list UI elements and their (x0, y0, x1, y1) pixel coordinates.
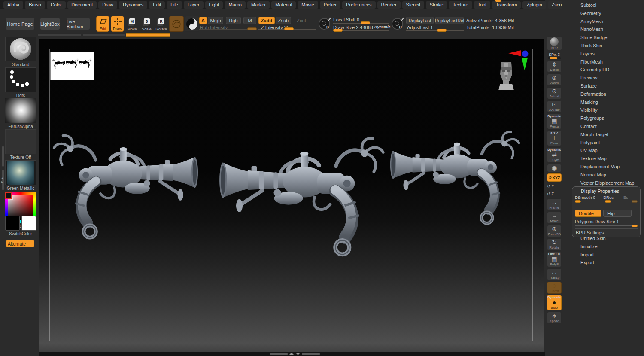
edit-button[interactable]: Edit (96, 16, 109, 32)
palette-section[interactable]: Thick Skin (562, 42, 644, 50)
right-shelf-button[interactable]: ↺ Y (547, 183, 562, 189)
palette-section[interactable]: Geometry HD (562, 66, 644, 74)
rotate-button[interactable]: R Rotate (155, 16, 168, 32)
palette-section[interactable]: Surface (562, 82, 644, 90)
right-shelf-button[interactable]: X Y Z ⊥ Floor (547, 131, 562, 146)
menu-item[interactable]: Edit (149, 1, 165, 9)
palette-section[interactable]: Visibility (562, 106, 644, 114)
shelf-scrub-segment[interactable] (37, 33, 81, 37)
menu-item[interactable]: Preferences (342, 1, 375, 9)
right-shelf-button[interactable]: ◌ Ghost (547, 282, 562, 294)
menu-item[interactable]: Color (47, 1, 66, 9)
right-shelf-button[interactable]: ▱ Transp (547, 268, 562, 280)
menu-item[interactable]: Transform (492, 1, 521, 9)
right-shelf-button[interactable]: Line Fill ▦ PolyF (547, 252, 562, 267)
home-page-button[interactable]: Home Page (5, 18, 35, 30)
z-intensity-handle[interactable] (284, 27, 294, 30)
rgb-intensity-handle[interactable] (247, 27, 257, 30)
palette-section[interactable]: Masking (562, 98, 644, 106)
stroke-picker-button[interactable]: S (319, 18, 330, 30)
divider-bar[interactable] (270, 353, 288, 355)
display-properties-header[interactable]: Display Properties (575, 189, 638, 194)
depth-picker-button[interactable]: D (392, 18, 403, 30)
menu-item[interactable]: Light (205, 1, 223, 9)
brush-selector[interactable]: Standard (5, 37, 36, 67)
current-material-button[interactable] (185, 16, 199, 32)
move-button[interactable]: M Move (125, 16, 139, 32)
menu-item[interactable]: Render (377, 1, 401, 9)
palette-section[interactable]: Export (562, 259, 644, 267)
menu-item[interactable]: Material (271, 1, 296, 9)
switch-color[interactable]: SwitchColor (5, 216, 36, 236)
palette-section[interactable]: Geometry (562, 9, 644, 18)
right-shelf-button[interactable]: ∷ Frame (547, 198, 562, 210)
mrgb-button[interactable]: Mrgb (208, 17, 223, 24)
right-shelf-button[interactable]: Dynamic ▦ Persp (547, 114, 562, 129)
menu-item[interactable]: Alpha (3, 1, 23, 9)
right-shelf-button[interactable]: ⊕ Zoom3D (547, 225, 562, 237)
menu-item[interactable]: Layer (184, 1, 204, 9)
palette-section[interactable]: NanoMesh (562, 25, 644, 33)
menu-item[interactable]: Macro (225, 1, 246, 9)
right-shelf-button[interactable]: ◉ (547, 164, 562, 172)
current-brush-button[interactable] (169, 16, 184, 32)
menu-item[interactable]: Picker (320, 1, 341, 9)
right-shelf-button[interactable]: ⊡ AAHalf (547, 100, 562, 113)
draw-button[interactable]: Draw (111, 16, 124, 32)
spix-slider[interactable]: SPix 3 (547, 52, 562, 59)
palette-section[interactable]: Displacement Map (562, 163, 644, 171)
palette-section[interactable]: Contact (562, 122, 644, 131)
dynamic-mode-label[interactable]: Dynamic (374, 25, 391, 29)
stroke-selector[interactable]: Dots (5, 67, 36, 98)
scale-button[interactable]: S Scale (140, 16, 153, 32)
right-shelf-button[interactable]: ⊙ Actual (547, 87, 562, 99)
right-shelf-button[interactable]: ⇕ Scroll (547, 61, 562, 73)
palette-section[interactable]: Polypaint (562, 139, 644, 147)
palette-section[interactable]: Unified Skin (562, 234, 644, 243)
palette-section[interactable]: Import (562, 251, 644, 259)
menu-item[interactable]: File (167, 1, 182, 9)
replay-last-button[interactable]: ReplayLast (406, 17, 434, 24)
menu-item[interactable]: Stroke (426, 1, 447, 9)
shelf-scrub-segment[interactable] (82, 33, 125, 37)
menu-item[interactable]: Marker (247, 1, 270, 9)
material-selector[interactable]: Green Metallic (5, 160, 36, 191)
polygons-draw-size-slider[interactable]: Polygons Draw Size 1 (575, 219, 638, 227)
menu-item[interactable]: Brush (25, 1, 45, 9)
menu-item[interactable]: Tool (474, 1, 490, 9)
right-shelf-button[interactable]: ↺ XYZ (547, 173, 562, 182)
palette-section[interactable]: Polygroups (562, 114, 644, 122)
document-canvas[interactable] (39, 39, 544, 353)
primary-color-swatch[interactable] (5, 216, 20, 231)
divider-close-arrow[interactable] (295, 353, 301, 355)
adjust-last-handle[interactable] (437, 29, 447, 32)
right-shelf-button[interactable]: Dynamic ● Solo (547, 295, 562, 310)
palette-section[interactable]: FiberMesh (562, 58, 644, 66)
zadd-button[interactable]: Zadd (258, 17, 275, 24)
right-shelf-button[interactable]: ⇔ Move (547, 212, 562, 224)
texture-selector[interactable]: Texture Off (5, 129, 36, 160)
left-tray-scrollbar[interactable] (2, 146, 4, 167)
es-slider[interactable]: Es (623, 195, 638, 203)
palette-section[interactable]: Normal Map (562, 171, 644, 179)
menu-item[interactable]: Stencil (402, 1, 424, 9)
replay-last-rel-button[interactable]: ReplayLastRel (435, 17, 464, 24)
lightbox-button[interactable]: LightBox (40, 18, 60, 30)
palette-section[interactable]: Deformation (562, 90, 644, 98)
zcut-button[interactable]: Zcut (294, 17, 309, 24)
top-tray-divider-handle[interactable] (495, 0, 501, 2)
live-boolean-button[interactable]: Live Boolean (66, 18, 90, 30)
dsmooth-slider[interactable]: DSmooth 0 (575, 195, 601, 203)
draw-size-handle[interactable] (333, 29, 343, 32)
bottom-tray-divider-handle[interactable] (270, 353, 320, 355)
divider-bar[interactable] (302, 353, 320, 355)
palette-section[interactable]: Layers (562, 50, 644, 58)
menu-item[interactable]: Document (67, 1, 97, 9)
shelf-scrub-segment-active[interactable] (126, 33, 170, 37)
secondary-color-swatch[interactable] (21, 216, 36, 231)
menu-item[interactable]: Dynamics (119, 1, 147, 9)
menu-item[interactable]: Zplugin (522, 1, 546, 9)
left-tray-collapse-arrow[interactable]: ◂▸ (1, 176, 3, 184)
palette-section[interactable]: Morph Target (562, 131, 644, 139)
spix-handle[interactable] (550, 57, 557, 59)
